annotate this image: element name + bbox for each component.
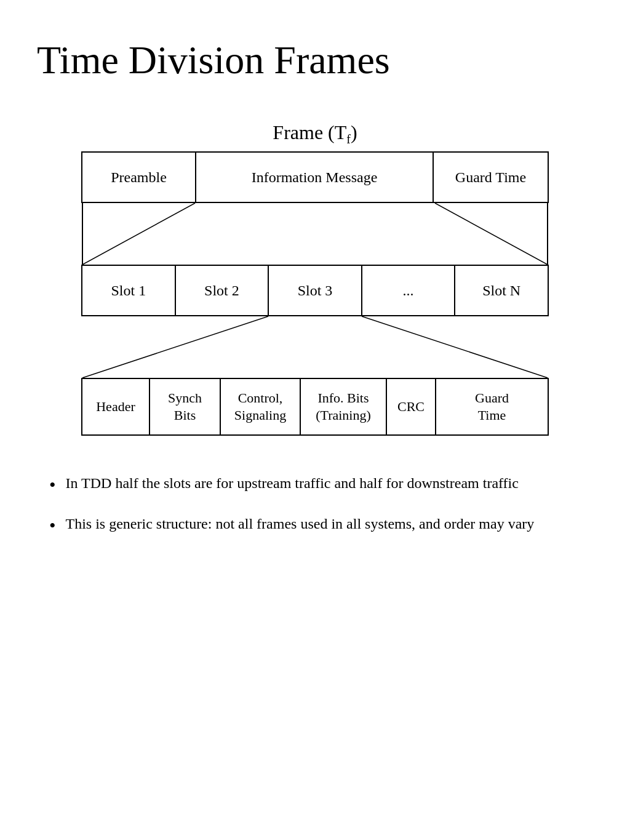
bullet-dot-2: • — [49, 512, 56, 539]
bullet-item-1: • In TDD half the slots are for upstream… — [49, 473, 566, 498]
cell-header: Header — [82, 379, 150, 434]
cell-guard-time-3: GuardTime — [436, 379, 548, 434]
cell-guard-time-1: Guard Time — [434, 153, 548, 202]
diagram-container: Frame (Tf) Preamble Information Message … — [37, 121, 593, 436]
connector-1 — [81, 203, 549, 265]
cell-synch-bits: SynchBits — [150, 379, 221, 434]
row3-slot-structure: Header SynchBits Control,Signaling Info.… — [81, 378, 549, 436]
cell-crc: CRC — [387, 379, 436, 434]
cell-slot-1: Slot 1 — [82, 266, 176, 315]
bullet-dot-1: • — [49, 471, 56, 498]
cell-information-message: Information Message — [196, 153, 434, 202]
row2-slots: Slot 1 Slot 2 Slot 3 ... Slot N — [81, 265, 549, 316]
cell-control-signaling: Control,Signaling — [221, 379, 301, 434]
bullet-text-2: This is generic structure: not all frame… — [66, 513, 566, 535]
svg-line-5 — [82, 316, 268, 378]
connector-2 — [81, 316, 549, 378]
svg-line-4 — [435, 203, 548, 265]
bullet-text-1: In TDD half the slots are for upstream t… — [66, 473, 566, 494]
page-title: Time Division Frames — [37, 37, 593, 84]
cell-slot-dots: ... — [362, 266, 456, 315]
cell-slot-3: Slot 3 — [269, 266, 362, 315]
frame-label: Frame (Tf) — [273, 121, 357, 146]
cell-slot-2: Slot 2 — [176, 266, 269, 315]
cell-info-bits: Info. Bits(Training) — [301, 379, 387, 434]
cell-slot-n: Slot N — [455, 266, 548, 315]
svg-line-6 — [362, 316, 548, 378]
bullet-item-2: • This is generic structure: not all fra… — [49, 513, 566, 539]
bullet-list: • In TDD half the slots are for upstream… — [37, 473, 566, 538]
cell-preamble: Preamble — [82, 153, 196, 202]
svg-line-3 — [82, 203, 195, 265]
row1-frame: Preamble Information Message Guard Time — [81, 151, 549, 203]
